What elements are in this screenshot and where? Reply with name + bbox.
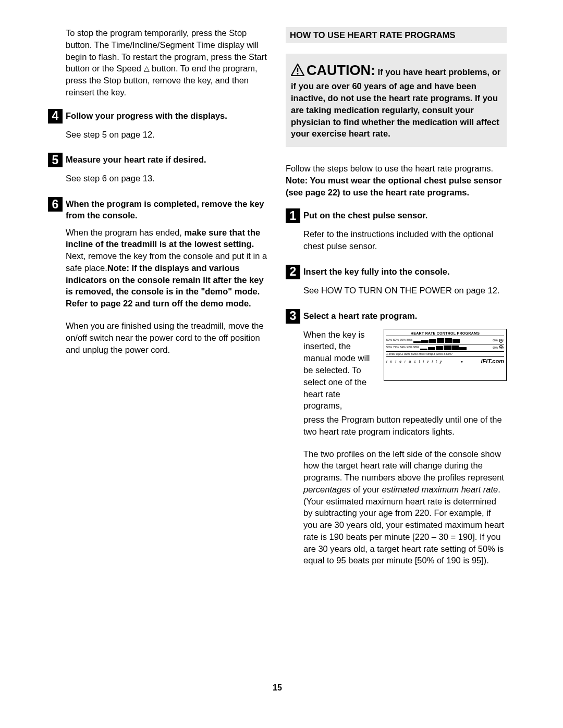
hr-step-2-body: See HOW TO TURN ON THE POWER on page 12. [286,285,507,297]
hr-step-3-body: When the key is inserted, the manual mod… [286,329,507,567]
up-triangle-icon: △ [144,65,150,72]
step-6-body: When the program has ended, make sure th… [48,227,269,356]
console-knobs [499,340,503,348]
intro-paragraph: To stop the program temporarily, press t… [48,27,269,98]
step-title: Follow your progress with the displays. [66,109,227,121]
step-number-box: 4 [48,109,63,124]
hr-step-1-body: Refer to the instructions included with … [286,228,507,252]
svg-point-2 [297,73,299,75]
step3-side-text: When the key is inserted, the manual mod… [303,329,376,412]
step-4: 4 Follow your progress with the displays… [48,109,269,124]
hr-step-1: 1 Put on the chest pulse sensor. [286,208,507,223]
profile-row-1: 50% 60% 70% 80% 60% PSH [386,337,504,344]
ifit-logo: iFIT.com [481,359,504,364]
step-number-box: 3 [286,309,300,324]
console-title: HEART RATE CONTROL PROGRAMS [386,331,504,336]
step-number-box: 1 [286,208,300,223]
console-illustration: HEART RATE CONTROL PROGRAMS 50% 60% 70% … [384,329,507,381]
caution-lead: CAUTION: [307,63,375,78]
console-subline: 1 enter age 2 wear pulse chest strap 3 p… [386,352,504,357]
step-title: Insert the key fully into the console. [303,265,450,277]
caution-box: CAUTION: If you have heart problems, or … [286,54,507,147]
step-4-body: See step 5 on page 12. [48,129,269,141]
hr-intro: Follow the steps below to use the heart … [286,163,507,198]
step-title: Put on the chest pulse sensor. [303,208,427,221]
step-number-box: 6 [48,197,63,212]
step3-explain: The two profiles on the left side of the… [303,448,507,567]
step3-continue: press the Program button repeatedly unti… [303,414,507,438]
warning-triangle-icon [291,64,304,76]
hr-step-3: 3 Select a heart rate program. [286,309,507,324]
section-header: HOW TO USE HEART RATE PROGRAMS [286,27,507,43]
step-title: Select a heart rate program. [303,309,417,322]
step-number-box: 5 [48,153,63,167]
profile-row-2: 50% 77% 84% 92% 98% 60% PSH [386,344,504,352]
step-number-box: 2 [286,265,300,279]
interactivity-label: i n t e r a c t i v i t y [386,360,443,363]
step-6: 6 When the program is completed, remove … [48,197,269,221]
step-5: 5 Measure your heart rate if desired. [48,153,269,167]
left-column: To stop the program temporarily, press t… [48,27,269,579]
step-title: Measure your heart rate if desired. [66,153,206,165]
hr-step-2: 2 Insert the key fully into the console. [286,265,507,279]
step-title: When the program is completed, remove th… [66,197,269,221]
step-5-body: See step 6 on page 13. [48,172,269,184]
page-number: 15 [48,683,507,693]
right-column: HOW TO USE HEART RATE PROGRAMS CAUTION: … [286,27,507,579]
